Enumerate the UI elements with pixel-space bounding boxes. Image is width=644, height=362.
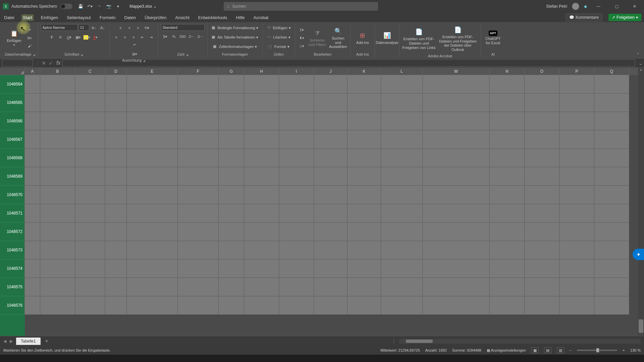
cell[interactable] xyxy=(105,241,127,259)
cell[interactable] xyxy=(25,112,40,130)
tab-hilfe[interactable]: Hilfe xyxy=(235,14,246,21)
cell[interactable] xyxy=(105,75,127,94)
cell[interactable] xyxy=(314,241,347,259)
redo-icon[interactable]: ↷ xyxy=(95,2,103,10)
cell[interactable] xyxy=(490,112,525,130)
diamond-icon[interactable]: ◆ xyxy=(584,4,587,9)
cell[interactable] xyxy=(178,241,219,259)
search-box[interactable]: ⌕ Suchen xyxy=(224,2,378,11)
cell[interactable] xyxy=(314,296,347,315)
cell[interactable] xyxy=(25,186,40,204)
row-header[interactable]: 1048565 xyxy=(0,94,25,112)
cell[interactable] xyxy=(127,167,178,186)
close-button[interactable]: ✕ xyxy=(628,1,641,11)
cell[interactable] xyxy=(314,278,347,296)
format-as-table-button[interactable]: ▦Als Tabelle formatieren▾ xyxy=(210,34,260,41)
cell[interactable] xyxy=(594,204,629,223)
cell[interactable] xyxy=(559,112,594,130)
cell[interactable] xyxy=(490,241,525,259)
cell[interactable] xyxy=(525,278,559,296)
cell[interactable] xyxy=(559,75,594,94)
cell[interactable] xyxy=(594,149,629,167)
cell[interactable] xyxy=(105,296,127,315)
cell[interactable] xyxy=(594,241,629,259)
cell[interactable] xyxy=(219,259,244,278)
align-left-icon[interactable]: ≡ xyxy=(112,34,120,41)
cell[interactable] xyxy=(40,130,75,149)
cell[interactable] xyxy=(219,75,244,94)
column-header[interactable]: Q xyxy=(594,68,629,75)
merge-icon[interactable]: ⊞▾ xyxy=(129,50,140,58)
cell[interactable] xyxy=(178,75,219,94)
zoom-in-icon[interactable]: + xyxy=(623,348,625,352)
cell[interactable] xyxy=(244,259,279,278)
cell[interactable] xyxy=(219,186,244,204)
cell[interactable] xyxy=(490,278,525,296)
cell[interactable] xyxy=(25,167,40,186)
cell[interactable] xyxy=(347,94,381,112)
cell[interactable] xyxy=(127,204,178,223)
cell[interactable] xyxy=(244,278,279,296)
cell[interactable] xyxy=(40,167,75,186)
cell[interactable] xyxy=(219,167,244,186)
cell[interactable] xyxy=(594,296,629,315)
addins-button[interactable]: ⊞ Add-Ins xyxy=(353,30,372,46)
cancel-formula-icon[interactable]: ✕ xyxy=(40,60,47,66)
cell[interactable] xyxy=(178,278,219,296)
column-header[interactable]: C xyxy=(75,68,105,75)
cell[interactable] xyxy=(347,112,381,130)
cell[interactable] xyxy=(244,94,279,112)
cell[interactable] xyxy=(75,130,105,149)
cell[interactable] xyxy=(75,94,105,112)
cell[interactable] xyxy=(25,149,40,167)
orientation-icon[interactable]: ⟲▾ xyxy=(143,24,151,32)
cell[interactable] xyxy=(423,223,490,241)
cell[interactable] xyxy=(279,75,314,94)
tab-ansicht[interactable]: Ansicht xyxy=(174,14,191,21)
comments-button[interactable]: 💬 Kommentare xyxy=(566,13,602,21)
dropbox-badge-icon[interactable]: ✦ xyxy=(633,249,644,260)
cell[interactable] xyxy=(244,130,279,149)
font-color-icon[interactable]: A▾ xyxy=(92,34,100,41)
cell[interactable] xyxy=(347,259,381,278)
qat-more-icon[interactable]: ▾ xyxy=(114,2,122,10)
cell[interactable] xyxy=(314,149,347,167)
cell[interactable] xyxy=(381,94,423,112)
cell-styles-button[interactable]: ▦Zellenformatvorlagen▾ xyxy=(212,43,258,50)
save-icon[interactable]: 💾 xyxy=(76,2,85,10)
column-header[interactable]: G xyxy=(219,68,244,75)
cell[interactable] xyxy=(127,296,178,315)
cell[interactable] xyxy=(279,112,314,130)
cell[interactable] xyxy=(244,223,279,241)
paste-button[interactable]: 📋 Einfügen ▾ xyxy=(5,28,23,48)
view-page-layout-icon[interactable]: ▤ xyxy=(544,347,551,353)
cell[interactable] xyxy=(525,241,559,259)
tab-start[interactable]: Start xyxy=(21,14,33,21)
align-top-icon[interactable]: ≡ xyxy=(117,24,125,32)
cell[interactable] xyxy=(75,75,105,94)
cell[interactable] xyxy=(244,112,279,130)
align-middle-icon[interactable]: ≡ xyxy=(125,24,133,32)
row-header[interactable]: 1048572 xyxy=(0,223,25,241)
cell[interactable] xyxy=(178,112,219,130)
share-button[interactable]: ↗ Freigeben ▾ xyxy=(608,14,641,21)
row-header[interactable]: 1048566 xyxy=(0,112,25,130)
row-header[interactable]: 1048569 xyxy=(0,167,25,186)
decrease-decimal-icon[interactable]: .0→ xyxy=(196,33,204,40)
cell[interactable] xyxy=(178,296,219,315)
cell[interactable] xyxy=(423,94,490,112)
cell[interactable] xyxy=(25,259,40,278)
autosave-toggle[interactable] xyxy=(60,4,72,9)
column-header[interactable]: I xyxy=(279,68,314,75)
pdf-share-outlook-button[interactable]: 📄 Erstellen von PDF-Dateien und Freigebe… xyxy=(438,24,478,53)
fill-color-icon[interactable]: ⬙▾ xyxy=(83,34,91,41)
cell[interactable] xyxy=(490,94,525,112)
sheet-menu-icon[interactable]: ⋮ xyxy=(392,339,396,344)
cell[interactable] xyxy=(490,130,525,149)
fx-icon[interactable]: fx xyxy=(54,60,62,66)
cell[interactable] xyxy=(105,204,127,223)
cell[interactable] xyxy=(381,241,423,259)
sheet-tab[interactable]: Tabelle1 xyxy=(16,338,41,345)
cell[interactable] xyxy=(594,278,629,296)
cell[interactable] xyxy=(75,223,105,241)
